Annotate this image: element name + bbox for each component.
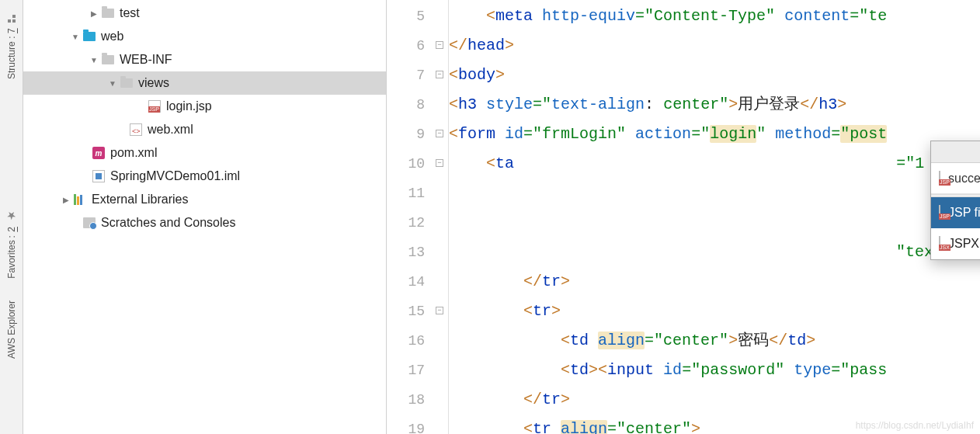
tree-item-web-xml[interactable]: web.xml: [23, 118, 386, 141]
code-line[interactable]: [449, 179, 980, 208]
line-number: 12: [387, 208, 448, 238]
fold-icon[interactable]: −: [436, 159, 443, 167]
tree-item-label: test: [120, 6, 140, 20]
line-number: 10−: [387, 149, 448, 179]
tool-structure-num: 7: [6, 28, 17, 33]
code-line[interactable]: "text: [449, 238, 980, 267]
line-number: 19: [387, 415, 448, 434]
line-number: 14: [387, 267, 448, 297]
code-line[interactable]: <ta ="1: [449, 149, 980, 179]
tree-item-label: WEB-INF: [120, 53, 172, 67]
code-line[interactable]: <h3 style="text-align: center">用户登录</h3>: [449, 90, 980, 120]
scratch-icon: [82, 216, 96, 230]
tree-item-label: web.xml: [148, 123, 193, 137]
line-number: 11: [387, 179, 448, 208]
tree-item-springmvcdemo01-iml[interactable]: SpringMVCDemo01.iml: [23, 165, 386, 188]
tree-item-login-jsp[interactable]: login.jsp: [23, 95, 386, 118]
tree-item-pom-xml[interactable]: mpom.xml: [23, 141, 386, 165]
editor-area: 56−7−89−10−1112131415−16171819 <meta htt…: [387, 0, 980, 434]
ide-root: Structure :7 Favorites :2 ★ AWS Explorer…: [0, 0, 980, 434]
tool-structure[interactable]: Structure :7: [6, 14, 17, 79]
fold-icon[interactable]: −: [436, 41, 443, 49]
tree-item-web[interactable]: ▼web: [23, 25, 386, 48]
code-line[interactable]: <form id="frmLogin" action="login" metho…: [449, 120, 980, 149]
tree-item-label: login.jsp: [166, 99, 212, 113]
line-number: 7−: [387, 61, 448, 90]
line-number: 9−: [387, 120, 448, 149]
tool-structure-label: Structure: [6, 41, 17, 79]
tool-aws-explorer[interactable]: AWS Explorer: [6, 300, 17, 359]
folder-icon: [120, 76, 134, 90]
svg-rect-1: [8, 19, 11, 23]
code-line[interactable]: </tr>: [449, 267, 980, 297]
code-line[interactable]: <tr>: [449, 297, 980, 326]
tree-item-label: web: [101, 30, 123, 43]
popup-input-row: [931, 163, 980, 194]
disclosure-triangle-icon[interactable]: ▼: [70, 33, 81, 41]
tree-item-label: views: [138, 76, 169, 90]
popup-option-label: JSPX file: [948, 237, 980, 251]
line-number: 17: [387, 356, 448, 385]
lib-icon: [73, 193, 87, 207]
folder-icon: [101, 6, 115, 20]
code-line[interactable]: <body>: [449, 61, 980, 90]
xml-icon: [129, 123, 143, 137]
jspx-icon: [939, 237, 940, 251]
tool-favorites-num: 2: [6, 227, 17, 232]
tool-favorites[interactable]: Favorites :2 ★: [5, 210, 18, 279]
fold-icon[interactable]: −: [436, 130, 443, 137]
svg-rect-2: [12, 15, 16, 18]
line-number: 8: [387, 90, 448, 120]
tree-item-external-libraries[interactable]: ▶External Libraries: [23, 188, 386, 211]
tree-item-scratches-and-consoles[interactable]: Scratches and Consoles: [23, 211, 386, 234]
project-tree[interactable]: ▶test▼web▼WEB-INF▼viewslogin.jspweb.xmlm…: [23, 0, 386, 234]
tool-aws-label: AWS Explorer: [6, 300, 17, 359]
disclosure-triangle-icon[interactable]: ▼: [89, 56, 99, 64]
code-line[interactable]: </head>: [449, 31, 980, 61]
jsp-icon: [148, 99, 162, 113]
popup-option-label: JSP file: [948, 206, 980, 220]
tree-item-label: pom.xml: [110, 146, 157, 160]
editor-code[interactable]: <meta http-equiv="Content-Type" content=…: [449, 0, 980, 434]
tree-item-web-inf[interactable]: ▼WEB-INF: [23, 48, 386, 71]
code-line[interactable]: [449, 208, 980, 238]
tree-item-label: External Libraries: [92, 193, 189, 207]
left-tool-strip: Structure :7 Favorites :2 ★ AWS Explorer: [0, 0, 23, 434]
create-jsp-popup: Create JSP/JSPX page JSP fileJSPX file: [930, 141, 980, 260]
fold-icon[interactable]: −: [436, 71, 443, 78]
jsp-icon: [939, 172, 940, 185]
popup-title: Create JSP/JSPX page: [931, 141, 980, 163]
code-line[interactable]: <td><input id="password" type="pass: [449, 356, 980, 385]
line-number: 5: [387, 2, 448, 31]
line-number: 18: [387, 385, 448, 415]
tree-item-test[interactable]: ▶test: [23, 2, 386, 25]
folder-icon: [101, 53, 115, 67]
popup-option-jsp-file[interactable]: JSP file: [931, 197, 980, 228]
code-line[interactable]: <tr align="center">: [449, 415, 980, 434]
line-number: 15−: [387, 297, 448, 326]
code-line[interactable]: <td align="center">密码</td>: [449, 326, 980, 356]
editor-gutter: 56−7−89−10−1112131415−16171819: [387, 0, 449, 434]
line-number: 16: [387, 326, 448, 356]
jsp-icon: [939, 206, 940, 220]
tree-item-label: SpringMVCDemo01.iml: [110, 169, 240, 183]
tree-item-label: Scratches and Consoles: [101, 216, 235, 230]
line-number: 6−: [387, 31, 448, 61]
popup-filename-input[interactable]: [948, 172, 980, 186]
disclosure-triangle-icon[interactable]: ▶: [89, 9, 99, 18]
line-number: 13: [387, 238, 448, 267]
iml-icon: [92, 169, 106, 183]
svg-rect-0: [12, 19, 16, 23]
code-line[interactable]: <meta http-equiv="Content-Type" content=…: [449, 2, 980, 31]
project-panel: ▶test▼web▼WEB-INF▼viewslogin.jspweb.xmlm…: [23, 0, 387, 434]
folder-web-icon: [82, 30, 96, 43]
disclosure-triangle-icon[interactable]: ▶: [61, 196, 71, 204]
disclosure-triangle-icon[interactable]: ▼: [107, 79, 118, 88]
tree-item-views[interactable]: ▼views: [23, 71, 386, 95]
pom-icon: m: [92, 146, 106, 160]
tool-favorites-label: Favorites: [6, 240, 17, 278]
popup-option-jspx-file[interactable]: JSPX file: [931, 228, 980, 259]
code-line[interactable]: </tr>: [449, 385, 980, 415]
fold-icon[interactable]: −: [436, 307, 443, 314]
